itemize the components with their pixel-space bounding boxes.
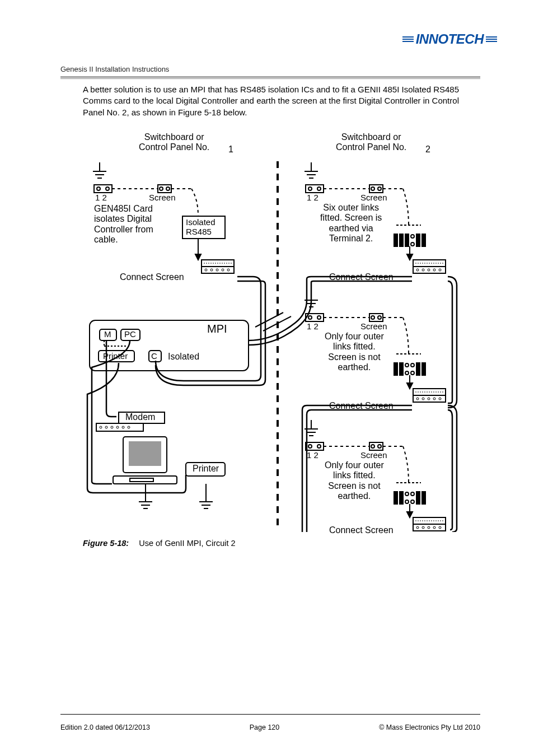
svg-point-138: [128, 426, 130, 428]
svg-point-134: [105, 426, 107, 428]
figure-block: Switchboard or Control Panel No. 1 1 2 S…: [83, 132, 463, 548]
svg-rect-116: [413, 524, 446, 531]
svg-point-108: [405, 492, 409, 496]
svg-point-111: [411, 500, 414, 503]
right-panel-number: 2: [425, 144, 430, 155]
svg-point-71: [371, 316, 374, 319]
modem-label: Modem: [125, 412, 155, 422]
svg-rect-85: [413, 395, 446, 402]
svg-point-133: [100, 426, 102, 428]
body-paragraph: A better solution is to use an MPI that …: [83, 84, 463, 118]
svg-point-48: [411, 235, 414, 238]
svg-point-98: [308, 445, 312, 448]
svg-rect-76: [400, 363, 403, 375]
svg-rect-113: [422, 492, 425, 504]
footer-left: Edition 2.0 dated 06/12/2013: [60, 724, 150, 731]
svg-point-37: [308, 187, 312, 190]
footer-right: © Mass Electronics Pty Ltd 2010: [379, 724, 480, 731]
page: INNOTECH Genesis II Installation Instruc…: [0, 0, 534, 756]
figure-caption-text: Use of GenII MPI, Circuit 2: [139, 539, 235, 548]
figure-caption: Figure 5-18: Use of GenII MPI, Circuit 2: [83, 539, 463, 548]
footer-rule: [60, 714, 480, 715]
svg-point-137: [122, 426, 124, 428]
svg-rect-46: [400, 234, 403, 246]
svg-rect-132: [96, 423, 143, 431]
left-term12: 1 2: [95, 193, 107, 202]
svg-point-41: [371, 187, 374, 190]
dc1-screen: Screen: [360, 193, 387, 202]
svg-point-18: [160, 187, 163, 190]
dc1-connect: Connect Screen: [329, 272, 394, 282]
svg-point-38: [317, 187, 321, 190]
mpi-m: M: [104, 329, 111, 339]
svg-point-15: [106, 187, 109, 190]
svg-marker-92: [407, 383, 413, 389]
mpi-c: C: [151, 351, 157, 361]
svg-point-77: [405, 363, 409, 367]
right-panel-title: Switchboard or Control Panel No.: [336, 132, 406, 153]
svg-rect-140: [129, 441, 161, 466]
svg-point-19: [166, 187, 170, 190]
svg-rect-142: [130, 478, 153, 482]
dc2-term12: 1 2: [307, 321, 318, 331]
brand-logo: INNOTECH: [402, 31, 497, 47]
dc1-text: Six outer links fitted. Screen is earthe…: [320, 203, 382, 244]
svg-point-14: [97, 187, 100, 190]
svg-point-103: [378, 445, 381, 448]
svg-point-68: [317, 316, 321, 319]
svg-rect-54: [413, 267, 446, 273]
left-card-text: GEN485I Card isolates Digital Controller…: [94, 204, 153, 245]
svg-marker-123: [407, 512, 413, 517]
svg-rect-45: [394, 234, 397, 246]
footer-center: Page 120: [250, 724, 280, 731]
svg-point-110: [411, 492, 414, 496]
svg-rect-106: [394, 492, 397, 504]
svg-rect-51: [422, 234, 425, 246]
mpi-iso: Isolated: [168, 352, 199, 362]
pc-printer-label: Printer: [193, 464, 219, 474]
dc3-screen: Screen: [360, 450, 387, 460]
left-panel-number: 1: [228, 144, 233, 155]
mpi-title: MPI: [207, 323, 227, 335]
mpi-pc: PC: [124, 329, 136, 339]
dc2-connect: Connect Screen: [329, 401, 394, 411]
svg-rect-47: [405, 234, 409, 246]
page-footer: Edition 2.0 dated 06/12/2013 Page 120 © …: [60, 724, 480, 731]
svg-point-49: [411, 242, 414, 246]
svg-point-67: [308, 316, 312, 319]
header-rule: [60, 77, 480, 79]
svg-rect-141: [113, 476, 177, 484]
left-connect: Connect Screen: [120, 272, 184, 282]
svg-marker-61: [407, 254, 413, 260]
svg-rect-75: [394, 363, 397, 375]
svg-point-109: [405, 500, 409, 503]
svg-point-136: [116, 426, 119, 428]
dc3-connect: Connect Screen: [329, 525, 394, 535]
figure-caption-label: Figure 5-18:: [83, 539, 129, 548]
svg-line-7: [255, 312, 283, 327]
svg-rect-24: [202, 267, 234, 273]
brand-logo-text: INNOTECH: [416, 31, 484, 47]
dc3-text: Only four outer links fitted. Screen is …: [325, 460, 384, 502]
dc2-text: Only four outer links fitted. Screen is …: [325, 332, 384, 373]
dc1-term12: 1 2: [307, 193, 318, 202]
dc3-term12: 1 2: [307, 450, 318, 460]
svg-point-135: [111, 426, 113, 428]
svg-rect-50: [416, 234, 420, 246]
page-header: Genesis II Installation Instructions: [60, 65, 480, 79]
svg-point-78: [405, 371, 409, 375]
svg-point-102: [371, 445, 374, 448]
svg-rect-81: [416, 363, 420, 375]
left-screen: Screen: [149, 193, 176, 202]
svg-point-42: [378, 187, 381, 190]
dc2-screen: Screen: [360, 321, 387, 331]
figure-5-18: Switchboard or Control Panel No. 1 1 2 S…: [83, 132, 463, 532]
svg-point-79: [411, 363, 414, 367]
svg-rect-112: [416, 492, 420, 504]
left-panel-title: Switchboard or Control Panel No.: [139, 132, 209, 153]
document-title: Genesis II Installation Instructions: [60, 65, 480, 73]
svg-point-80: [411, 371, 414, 375]
left-iso-box: Isolated RS485: [186, 217, 216, 237]
svg-rect-82: [422, 363, 425, 375]
svg-marker-31: [195, 254, 201, 260]
